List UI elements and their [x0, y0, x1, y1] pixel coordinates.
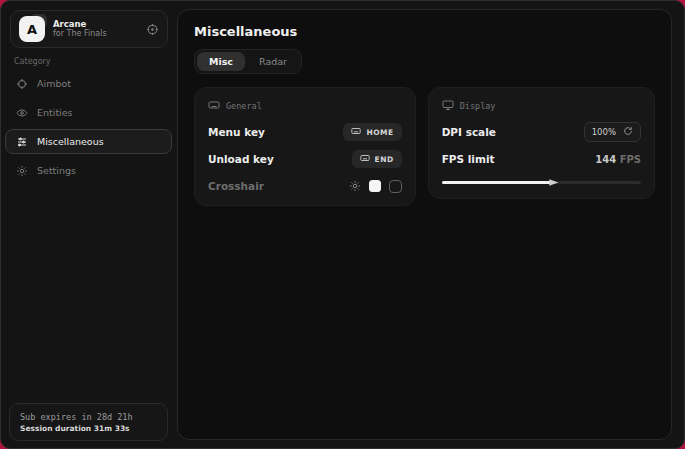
sidebar-item-aimbot[interactable]: Aimbot: [5, 71, 172, 96]
keyboard-icon: [360, 153, 370, 165]
logo-letter: A: [19, 16, 45, 42]
reset-icon[interactable]: [623, 126, 633, 138]
app-logo: A: [19, 16, 45, 42]
tab-radar[interactable]: Radar: [247, 52, 299, 71]
general-panel-title: General: [226, 101, 262, 111]
menu-key-binding[interactable]: HOME: [343, 123, 401, 141]
keyboard-icon: [208, 99, 220, 113]
category-label: Category: [14, 57, 51, 66]
crosshair-checkbox[interactable]: [389, 180, 402, 193]
sidebar-item-entities[interactable]: Entities: [5, 100, 172, 125]
display-panel-title: Display: [460, 101, 496, 111]
unload-key-label: Unload key: [208, 153, 274, 165]
menu-key-row: Menu key HOME: [208, 124, 402, 140]
gear-icon[interactable]: [349, 180, 361, 192]
fps-limit-label: FPS limit: [442, 153, 495, 165]
dpi-scale-control[interactable]: 100%: [584, 122, 641, 142]
panels-row: General Menu key HOME Unload key: [194, 87, 655, 206]
fps-number: 144: [595, 154, 616, 165]
unload-key-binding[interactable]: END: [352, 150, 402, 168]
tab-misc[interactable]: Misc: [197, 52, 245, 71]
sub-expires-text: Sub expires in 28d 21h: [20, 412, 157, 422]
sidebar-item-label: Entities: [37, 107, 73, 118]
dpi-scale-value: 100%: [592, 127, 616, 137]
menu-key-label: Menu key: [208, 126, 265, 138]
display-panel-header: Display: [442, 99, 641, 113]
monitor-icon: [442, 99, 454, 113]
brand-text: Arcane for The Finals: [53, 19, 138, 40]
session-duration-text: Session duration 31m 33s: [20, 424, 157, 433]
keyboard-icon: [351, 126, 361, 138]
fps-unit: FPS: [620, 154, 641, 165]
brand-title: Arcane: [53, 19, 138, 30]
unload-key-row: Unload key END: [208, 151, 402, 167]
crosshair-color-swatch[interactable]: [369, 180, 381, 192]
eye-icon: [16, 107, 28, 119]
fps-limit-slider[interactable]: [442, 177, 641, 187]
sidebar-item-label: Aimbot: [37, 78, 71, 89]
tab-bar: Misc Radar: [194, 49, 302, 74]
menu-key-value: HOME: [366, 128, 393, 137]
app-window: A Arcane for The Finals Category: [0, 0, 685, 449]
sidebar-item-label: Settings: [37, 165, 76, 176]
crosshair-icon: [16, 78, 28, 90]
fps-limit-value: 144 FPS: [595, 154, 641, 165]
fps-slider-fill: [442, 181, 552, 184]
brand-subtitle: for The Finals: [53, 29, 138, 39]
sidebar-nav: Aimbot Entities: [5, 71, 172, 183]
display-panel: Display DPI scale 100% FPS limit: [428, 87, 655, 199]
brand-card: A Arcane for The Finals: [10, 10, 168, 48]
crosshair-controls: [349, 180, 402, 193]
general-panel: General Menu key HOME Unload key: [194, 87, 416, 206]
subscription-card: Sub expires in 28d 21h Session duration …: [9, 403, 168, 441]
sidebar-item-miscellaneous[interactable]: Miscellaneous: [5, 129, 172, 154]
dpi-scale-label: DPI scale: [442, 126, 496, 138]
sliders-icon: [16, 136, 28, 148]
crosshair-label: Crosshair: [208, 180, 264, 192]
sidebar-item-settings[interactable]: Settings: [5, 158, 172, 183]
sidebar: A Arcane for The Finals Category: [1, 1, 176, 448]
gear-icon: [16, 165, 28, 177]
general-panel-header: General: [208, 99, 402, 113]
sidebar-item-label: Miscellaneous: [37, 136, 104, 147]
main-content: Miscellaneous Misc Radar General: [177, 9, 672, 440]
page-title: Miscellaneous: [194, 24, 655, 39]
dpi-scale-row: DPI scale 100%: [442, 124, 641, 140]
fps-limit-row: FPS limit 144 FPS: [442, 151, 641, 167]
scope-icon[interactable]: [146, 23, 159, 36]
fps-slider-thumb[interactable]: [549, 178, 558, 187]
unload-key-value: END: [375, 155, 394, 164]
crosshair-row: Crosshair: [208, 178, 402, 194]
